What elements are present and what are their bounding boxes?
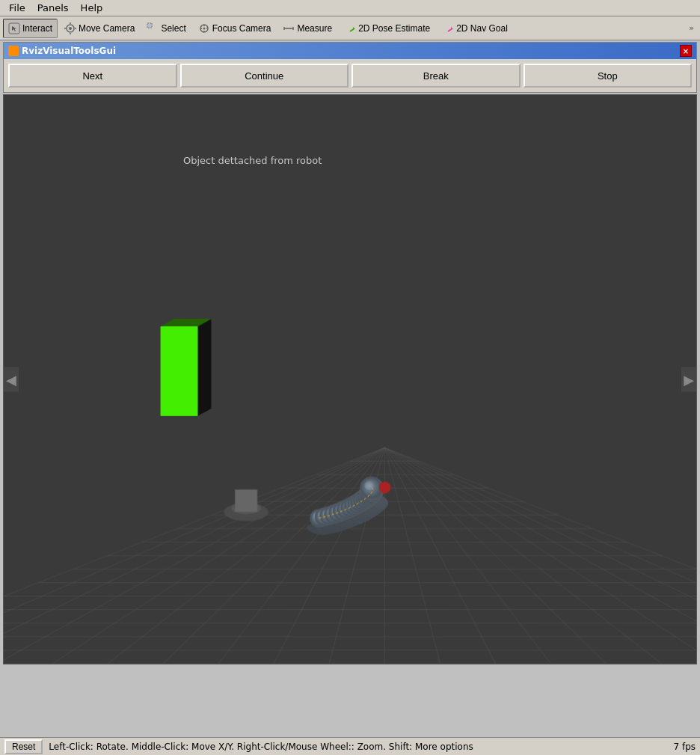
rviz-panel-title: RvizVisualToolsGui [8,46,116,56]
select-button[interactable]: Select [141,19,191,38]
nav-goal-label: 2D Nav Goal [456,23,508,34]
move-camera-label: Move Camera [79,23,135,34]
focus-camera-icon [198,22,210,34]
rviz-panel-content: Next Continue Break Stop [4,59,696,92]
viewport-arrow-right[interactable]: ▶ [681,367,696,392]
select-icon [147,22,159,34]
nav-goal-icon [442,22,454,34]
pose-estimate-label: 2D Pose Estimate [358,23,430,34]
status-instructions: Left-Click: Rotate. Middle-Click: Move X… [49,742,473,752]
interact-icon [8,22,20,34]
menu-help[interactable]: Help [75,1,109,15]
menu-panels[interactable]: Panels [31,1,75,15]
focus-camera-label: Focus Camera [212,23,271,34]
scene-canvas [4,95,696,664]
measure-button[interactable]: Measure [277,19,337,38]
toolbar: Interact Move Camera Select [0,16,700,40]
focus-camera-button[interactable]: Focus Camera [193,19,277,38]
continue-button[interactable]: Continue [180,64,349,88]
pose-estimate-button[interactable]: 2D Pose Estimate [339,19,435,38]
viewport-arrow-left[interactable]: ◀ [4,367,19,392]
move-camera-icon [64,22,76,34]
menu-bar: File Panels Help [0,0,700,16]
reset-button[interactable]: Reset [4,739,43,754]
toolbar-more-button[interactable]: » [686,22,697,34]
panel-icon [8,46,19,56]
measure-label: Measure [297,23,332,34]
viewport-status-text: Object dettached from robot [183,155,322,166]
status-bar: Reset Left-Click: Rotate. Middle-Click: … [0,737,700,755]
stop-button[interactable]: Stop [524,64,693,88]
interact-button[interactable]: Interact [3,19,58,38]
panel-close-button[interactable]: × [680,45,692,57]
svg-point-2 [69,27,72,30]
interact-label: Interact [22,23,52,34]
select-label: Select [161,23,185,34]
rviz-panel-header: RvizVisualToolsGui × [4,43,696,59]
menu-file[interactable]: File [3,1,31,15]
next-button[interactable]: Next [8,64,177,88]
nav-goal-button[interactable]: 2D Nav Goal [437,19,513,38]
3d-viewport[interactable]: Object dettached from robot ◀ ▶ [3,94,697,664]
svg-point-14 [203,27,205,29]
rviz-panel: RvizVisualToolsGui × Next Continue Break… [3,42,697,93]
fps-display: 7 fps [673,742,696,752]
pose-estimate-icon [344,22,356,34]
panel-title-text: RvizVisualToolsGui [22,46,116,56]
break-button[interactable]: Break [351,64,521,88]
svg-rect-8 [148,24,151,27]
move-camera-button[interactable]: Move Camera [59,19,140,38]
measure-icon [283,22,295,34]
